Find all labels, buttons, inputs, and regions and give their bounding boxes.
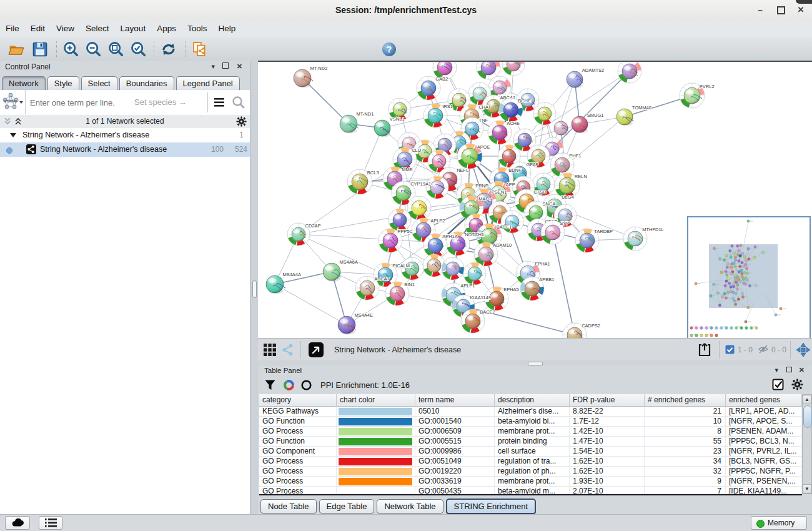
panel-float-icon[interactable] <box>222 62 229 70</box>
panel-menu-icon[interactable]: ▾ <box>211 62 215 71</box>
protein-node-gab2[interactable]: GAB2 <box>417 76 448 100</box>
table-row[interactable]: GO ProcessGO:0033619membrane prot...1.93… <box>259 477 802 487</box>
zoom-out-icon[interactable] <box>85 41 102 58</box>
protein-node-cadps2[interactable]: CADPS2 <box>563 323 600 338</box>
navigator-compass-icon[interactable] <box>796 342 811 357</box>
table-scrollbar[interactable]: ▲ ▼ <box>802 394 812 494</box>
birdseye-view[interactable] <box>687 216 811 339</box>
protein-node-ms4a4a[interactable]: MS4A4A <box>266 272 301 294</box>
selected-nodes-icon[interactable] <box>725 345 735 354</box>
protein-node-mt-nd2[interactable]: MT-ND2 <box>294 66 327 88</box>
share-view-icon[interactable] <box>281 343 295 357</box>
table-row[interactable]: GO FunctionGO:0001540beta-amyloid bi...1… <box>259 417 802 427</box>
horizontal-splitter[interactable] <box>258 360 812 365</box>
tab-string-enrichment[interactable]: STRING Enrichment <box>446 499 536 514</box>
zoom-selected-icon[interactable] <box>130 41 147 58</box>
protein-node[interactable] <box>554 121 568 136</box>
filter-icon[interactable] <box>264 379 276 391</box>
protein-node-pvrl2[interactable]: PVRL2 <box>680 83 715 108</box>
protein-node-adamts2[interactable]: ADAMTS2 <box>567 67 604 89</box>
panel-close-icon[interactable]: ✕ <box>237 62 242 71</box>
close-button[interactable]: ✕ <box>793 4 809 16</box>
table-row[interactable]: GO ProcessGO:0006509membrane prot...1.42… <box>259 427 802 437</box>
menu-select[interactable]: Select <box>80 21 115 37</box>
tab-network[interactable]: Network <box>2 76 46 90</box>
minimize-button[interactable]: – <box>752 4 768 16</box>
table-row[interactable]: GO FunctionGO:0005515protein binding1.47… <box>259 437 802 447</box>
protein-node-adam10[interactable]: ADAM10 <box>474 242 512 266</box>
menu-layout[interactable]: Layout <box>115 21 152 37</box>
zoom-in-icon[interactable] <box>62 41 80 58</box>
string-logo-icon[interactable]: STRING <box>0 90 26 114</box>
protein-node-tardbp[interactable]: TARDBP <box>575 229 613 252</box>
table-row[interactable]: GO ComponentGO:0009986cell surface1.54E-… <box>259 447 802 457</box>
grid-view-icon[interactable] <box>263 343 277 357</box>
protein-node-abca7[interactable]: ABCA7 <box>355 276 390 300</box>
tab-legend-panel[interactable]: Legend Panel <box>176 76 240 90</box>
task-list-button[interactable] <box>39 516 62 530</box>
protein-node[interactable] <box>533 102 556 125</box>
tree-expand-icon[interactable] <box>10 133 16 137</box>
hidden-eye-icon[interactable] <box>758 344 769 354</box>
table-row[interactable]: GO ProcessGO:0019220regulation of ph...1… <box>259 467 802 477</box>
column-header-enriched-genes[interactable]: enriched genes <box>726 394 802 407</box>
protein-node-mthfd1l[interactable]: MTHFD1L <box>623 227 664 251</box>
protein-node[interactable] <box>426 176 448 199</box>
memory-button[interactable]: Memory <box>751 516 807 530</box>
menu-help[interactable]: Help <box>212 21 241 37</box>
ring-chart-icon[interactable] <box>300 379 312 391</box>
protein-node-apbb1[interactable]: APBB1 <box>520 277 554 300</box>
select-columns-icon[interactable] <box>772 379 785 391</box>
tab-node-table[interactable]: Node Table <box>260 499 317 514</box>
protein-node[interactable] <box>442 257 464 280</box>
help-icon[interactable]: ? <box>381 41 399 59</box>
protein-node-smug1[interactable]: SMUG1 <box>572 112 603 134</box>
protein-node-mt-nd1[interactable]: MT-ND1 <box>340 111 374 134</box>
protein-node[interactable] <box>618 62 641 83</box>
network-list-gear-icon[interactable] <box>236 116 247 127</box>
tab-select[interactable]: Select <box>81 76 117 90</box>
birdseye-graph[interactable] <box>688 217 810 338</box>
protein-node-tomm40[interactable]: TOMM40 <box>616 105 651 126</box>
protein-node-ms4a4e[interactable]: MS4A4E <box>338 312 373 335</box>
scrollbar-thumb[interactable] <box>803 405 812 428</box>
zoom-fit-icon[interactable] <box>107 41 125 58</box>
enrichment-chart-icon[interactable] <box>283 379 295 391</box>
menu-view[interactable]: View <box>51 21 80 37</box>
menu-edit[interactable]: Edit <box>25 21 51 37</box>
splitter-handle[interactable] <box>252 280 257 298</box>
protein-node[interactable] <box>463 262 486 285</box>
column-header-chart-color[interactable]: chart color <box>337 394 415 407</box>
protein-node-bin1[interactable]: BIN1 <box>385 282 415 305</box>
table-row[interactable]: GO ProcessGO:0051049regulation of tra...… <box>259 457 802 467</box>
string-query-input[interactable] <box>29 95 125 110</box>
panel-close-icon[interactable]: ✕ <box>799 366 805 374</box>
protein-node-ms4a6a[interactable]: MS4A6A <box>323 259 358 282</box>
protein-node[interactable] <box>389 209 411 231</box>
panel-float-icon[interactable] <box>786 366 792 374</box>
table-row[interactable]: KEGG Pathways05010Alzheimer's dise...8.8… <box>259 407 802 417</box>
refresh-icon[interactable] <box>160 41 177 58</box>
menu-file[interactable]: File <box>0 21 25 37</box>
protein-node[interactable] <box>502 62 525 76</box>
scroll-down-button[interactable]: ▼ <box>803 484 811 494</box>
column-header-description[interactable]: description <box>495 394 570 407</box>
network-collection-row[interactable]: String Network - Alzheimer's disease 1 <box>0 128 250 142</box>
tab-edge-table[interactable]: Edge Table <box>319 499 375 514</box>
maximize-button[interactable] <box>773 4 789 16</box>
export-network-icon[interactable] <box>696 342 713 358</box>
menu-apps[interactable]: Apps <box>151 21 182 37</box>
protein-node-syp[interactable]: SYP <box>541 221 569 244</box>
string-options-icon[interactable] <box>212 96 226 109</box>
network-row-selected[interactable]: String Network - Alzheimer's disease 100… <box>0 142 250 157</box>
panel-menu-icon[interactable]: ▾ <box>775 366 778 374</box>
copy-network-icon[interactable] <box>191 41 209 58</box>
column-header--enriched-genes[interactable]: # enriched genes <box>645 394 726 407</box>
open-session-icon[interactable] <box>7 41 25 58</box>
protein-node-bcl3[interactable]: BCL3 <box>347 169 379 194</box>
table-settings-gear-icon[interactable] <box>791 379 803 390</box>
open-in-string-icon[interactable] <box>308 342 324 358</box>
protein-node[interactable] <box>407 196 431 220</box>
menu-tools[interactable]: Tools <box>182 21 213 37</box>
column-header-category[interactable]: category <box>259 394 337 407</box>
